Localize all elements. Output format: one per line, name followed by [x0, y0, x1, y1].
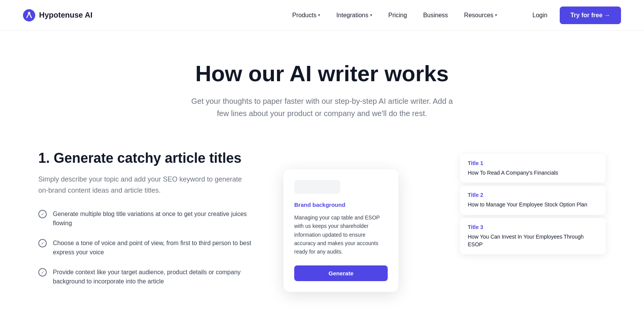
- chevron-down-icon: ▾: [370, 13, 372, 18]
- logo[interactable]: Hypotenuse AI: [23, 9, 92, 21]
- brand-text: Managing your cap table and ESOP with us…: [294, 213, 388, 256]
- chevron-down-icon: ▾: [318, 13, 320, 18]
- check-icon: ✓: [38, 239, 47, 247]
- nav-item-business[interactable]: Business: [417, 9, 454, 22]
- logo-icon: [23, 9, 35, 21]
- check-icon: ✓: [38, 210, 47, 218]
- title-item-3: Title 3 How You Can Invest In Your Emplo…: [460, 218, 606, 254]
- list-item: ✓ Choose a tone of voice and point of vi…: [38, 239, 253, 257]
- navbar: Hypotenuse AI Products ▾ Integrations ▾ …: [0, 0, 644, 31]
- title-item-2: Title 2 How to Manage Your Employee Stoc…: [460, 186, 606, 215]
- hero-section: How our AI writer works Get your thought…: [23, 61, 621, 119]
- title-3-text: How You Can Invest In Your Employees Thr…: [468, 233, 598, 248]
- brand-card-header: [294, 180, 340, 194]
- title-item-1: Title 1 How To Read A Company's Financia…: [460, 154, 606, 183]
- logo-text: Hypotenuse AI: [39, 11, 92, 20]
- title-3-label: Title 3: [468, 224, 598, 230]
- brand-label: Brand background: [294, 201, 388, 208]
- title-1-label: Title 1: [468, 160, 598, 166]
- svg-point-0: [23, 9, 35, 21]
- titles-card: Title 1 How To Read A Company's Financia…: [460, 154, 606, 254]
- nav-item-integrations[interactable]: Integrations ▾: [330, 9, 379, 22]
- title-2-label: Title 2: [468, 192, 598, 198]
- feature-mockup: Brand background Managing your cap table…: [283, 150, 606, 296]
- main-content: How our AI writer works Get your thought…: [0, 31, 644, 311]
- list-item: ✓ Generate multiple blog title variation…: [38, 210, 253, 228]
- nav-item-products[interactable]: Products ▾: [286, 9, 326, 22]
- nav-auth: Login Try for free →: [526, 7, 621, 24]
- nav-links: Products ▾ Integrations ▾ Pricing Busine…: [286, 9, 503, 22]
- check-icon: ✓: [38, 268, 47, 277]
- nav-item-resources[interactable]: Resources ▾: [458, 9, 503, 22]
- feature-left: 1. Generate catchy article titles Simply…: [38, 150, 253, 286]
- nav-item-pricing[interactable]: Pricing: [382, 9, 413, 22]
- brand-background-card: Brand background Managing your cap table…: [283, 169, 398, 292]
- list-item: ✓ Provide context like your target audie…: [38, 268, 253, 286]
- login-button[interactable]: Login: [526, 9, 554, 22]
- chevron-down-icon: ▾: [495, 13, 497, 18]
- hero-title: How our AI writer works: [23, 61, 621, 86]
- svg-point-1: [28, 12, 30, 14]
- feature-description: Simply describe your topic and add your …: [38, 174, 253, 196]
- try-free-button[interactable]: Try for free →: [560, 7, 621, 24]
- feature-section: 1. Generate catchy article titles Simply…: [23, 150, 621, 296]
- hero-description: Get your thoughts to paper faster with o…: [188, 95, 456, 119]
- title-2-text: How to Manage Your Employee Stock Option…: [468, 201, 598, 209]
- generate-button[interactable]: Generate: [294, 265, 388, 281]
- feature-list: ✓ Generate multiple blog title variation…: [38, 210, 253, 286]
- title-1-text: How To Read A Company's Financials: [468, 169, 598, 177]
- feature-title: 1. Generate catchy article titles: [38, 150, 253, 166]
